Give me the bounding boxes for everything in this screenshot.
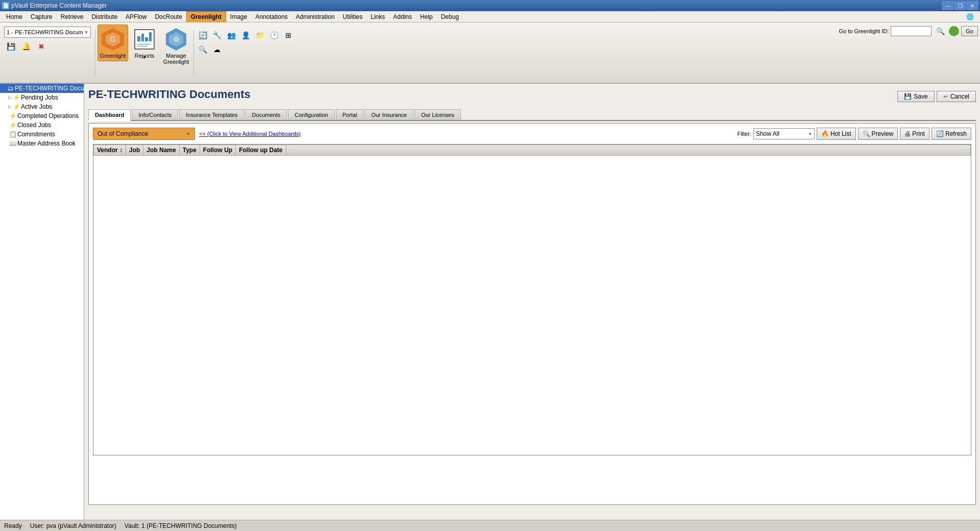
additional-dashboards-link[interactable]: << (Click to View Additional Dashboards) (199, 131, 301, 137)
completed-icon: ⚡ (9, 112, 16, 119)
col-type[interactable]: Type (179, 145, 200, 156)
menu-item-utilities[interactable]: Utilities (339, 11, 367, 22)
tab-documents[interactable]: Documents (246, 109, 287, 120)
greenlight-id-input[interactable] (891, 26, 932, 36)
sidebar: ▼ 🗂 PE-TECHWRITING Documents ▷ ⚡ Pending… (0, 84, 84, 520)
title-bar-controls[interactable]: — ❐ ✕ (942, 2, 978, 10)
tab-configuration[interactable]: Configuration (288, 109, 334, 120)
cancel-label: Cancel (950, 93, 969, 100)
refresh-icon-btn[interactable]: 🔄 (196, 29, 209, 42)
menu-bar: Home Capture Retrieve Distribute APFlow … (0, 11, 980, 22)
menu-item-greenlight[interactable]: Greenlight (186, 11, 226, 22)
col-job[interactable]: Job (126, 145, 143, 156)
refresh-label: Refresh (945, 130, 967, 137)
col-vendor[interactable]: Vendor ↕ (94, 145, 126, 156)
status-vault: Vault: 1 (PE-TECHWRITING Documents) (125, 522, 237, 529)
greenlight-label: Greenlight (100, 53, 126, 59)
people-icon-btn[interactable]: 👥 (225, 29, 238, 42)
filter-select[interactable]: Show All ▼ (753, 128, 815, 139)
filter-icon-btn[interactable]: 🔍 (196, 43, 209, 56)
preview-button[interactable]: 🔍 Preview (858, 128, 898, 140)
tab-our-insurance[interactable]: Our Insurance (364, 109, 413, 120)
globe-icon: 🌐 (966, 13, 978, 20)
save-button[interactable]: 💾 Save (897, 91, 934, 102)
small-icons-group: 🔄 🔧 👥 👤 📁 🕐 ⊞ 🔍 ☁ (196, 25, 308, 56)
folder-icon-btn[interactable]: 📁 (253, 29, 266, 42)
document-selector[interactable]: 1 - PE-TECHWRITING Documer ▼ (4, 27, 91, 38)
save-icon: 💾 (904, 93, 912, 100)
menu-item-annotations[interactable]: Annotations (251, 11, 291, 22)
menu-item-debug[interactable]: Debug (437, 11, 463, 22)
cancel-button[interactable]: ↩ Cancel (937, 91, 976, 102)
grid-icon-btn[interactable]: ⊞ (282, 29, 295, 42)
status-bar: Ready User: pva (pVault Administrator) V… (0, 520, 980, 531)
menu-item-home[interactable]: Home (2, 11, 27, 22)
menu-item-links[interactable]: Links (366, 11, 389, 22)
tab-portal[interactable]: Portal (336, 109, 364, 120)
manage-greenlight-button[interactable]: ⚙ Manage Greenlight (161, 25, 191, 67)
col-follow-up[interactable]: Follow Up (200, 145, 235, 156)
reports-toolbar-button[interactable]: Reports ▼ (129, 25, 160, 61)
search-icon-btn[interactable]: 🔍 (934, 25, 947, 38)
sidebar-item-pending-jobs[interactable]: ▷ ⚡ Pending Jobs (0, 93, 84, 102)
menu-item-apflow[interactable]: APFlow (121, 11, 151, 22)
menu-item-retrieve[interactable]: Retrieve (57, 11, 88, 22)
print-button[interactable]: 🖨 Print (900, 128, 929, 140)
doc-selector-value: 1 - PE-TECHWRITING Documer (7, 29, 83, 35)
refresh-button[interactable]: 🔄 Refresh (932, 128, 971, 140)
app-title: pVault Enterprise Content Manager (11, 2, 107, 9)
sidebar-item-active-jobs[interactable]: ▷ ⚡ Active Jobs (0, 102, 84, 111)
sidebar-item-closed-jobs[interactable]: ⚡ Closed Jobs (0, 120, 84, 130)
minimize-button[interactable]: — (942, 2, 953, 10)
menu-item-administration[interactable]: Administration (292, 11, 339, 22)
menu-item-addins[interactable]: Addins (389, 11, 416, 22)
menu-item-help[interactable]: Help (416, 11, 437, 22)
sidebar-item-commitments[interactable]: 📋 Commitments (0, 130, 84, 139)
sidebar-label-closed-jobs: Closed Jobs (17, 122, 51, 129)
dashboard-dropdown[interactable]: Out of Compliance ▼ (93, 128, 195, 140)
folder-icon: 🗂 (8, 85, 14, 92)
go-button[interactable]: Go (961, 26, 978, 36)
closed-icon: ⚡ (9, 122, 16, 129)
sidebar-item-pe-techwriting[interactable]: ▼ 🗂 PE-TECHWRITING Documents (0, 84, 84, 93)
title-area: PE-TECHWRITING Documents 💾 Save ↩ Cancel (88, 88, 976, 105)
cloud-icon-btn[interactable]: ☁ (210, 43, 224, 56)
col-follow-up-date[interactable]: Follow up Date (236, 145, 286, 156)
person-icon-btn[interactable]: 👤 (239, 29, 252, 42)
status-user: User: pva (pVault Administrator) (30, 522, 116, 529)
tab-info-contacts[interactable]: Info/Contacts (132, 109, 178, 120)
tools-icon-btn[interactable]: 🔧 (210, 29, 224, 42)
dashboard-controls: Out of Compliance ▼ << (Click to View Ad… (93, 128, 971, 140)
reports-icon (132, 27, 157, 52)
menu-item-image[interactable]: Image (226, 11, 251, 22)
title-buttons: 💾 Save ↩ Cancel (897, 91, 976, 102)
expand-icon-pending: ▷ (8, 95, 12, 100)
hot-list-icon: 🔥 (821, 130, 829, 137)
dashboard-dropdown-arrow: ▼ (186, 132, 190, 136)
pending-icon: ⚡ (13, 94, 20, 101)
clock-icon-btn[interactable]: 🕐 (267, 29, 281, 42)
active-icon: ⚡ (13, 103, 20, 110)
hot-list-label: Hot List (830, 130, 851, 137)
col-job-name[interactable]: Job Name (143, 145, 179, 156)
hot-list-button[interactable]: 🔥 Hot List (817, 128, 856, 140)
close-button[interactable]: ✕ (967, 2, 978, 10)
dashboard-dropdown-value: Out of Compliance (97, 130, 148, 137)
tab-insurance-templates[interactable]: Insurance Templates (179, 109, 244, 120)
data-table: Vendor ↕ Job Job Name Type Follow Up Fol… (93, 144, 971, 156)
menu-item-capture[interactable]: Capture (27, 11, 57, 22)
tab-our-licenses[interactable]: Our Licenses (414, 109, 461, 120)
restore-button[interactable]: ❐ (954, 2, 966, 10)
preview-icon: 🔍 (863, 130, 870, 137)
menu-item-docroute[interactable]: DocRoute (151, 11, 186, 22)
filter-arrow: ▼ (808, 132, 812, 136)
menu-item-distribute[interactable]: Distribute (87, 11, 121, 22)
sidebar-item-completed-ops[interactable]: ⚡ Completed Operations (0, 111, 84, 120)
tab-dashboard[interactable]: Dashboard (88, 109, 131, 121)
sidebar-label-commitments: Commitments (17, 131, 55, 138)
save-small-button[interactable]: 💾 (4, 40, 17, 53)
bell-button[interactable]: 🔔 (19, 40, 33, 53)
greenlight-toolbar-button[interactable]: G Greenlight (97, 25, 128, 61)
sidebar-item-master-address[interactable]: 📖 Master Address Book (0, 139, 84, 148)
cancel-small-button[interactable]: ✖ (35, 40, 48, 53)
